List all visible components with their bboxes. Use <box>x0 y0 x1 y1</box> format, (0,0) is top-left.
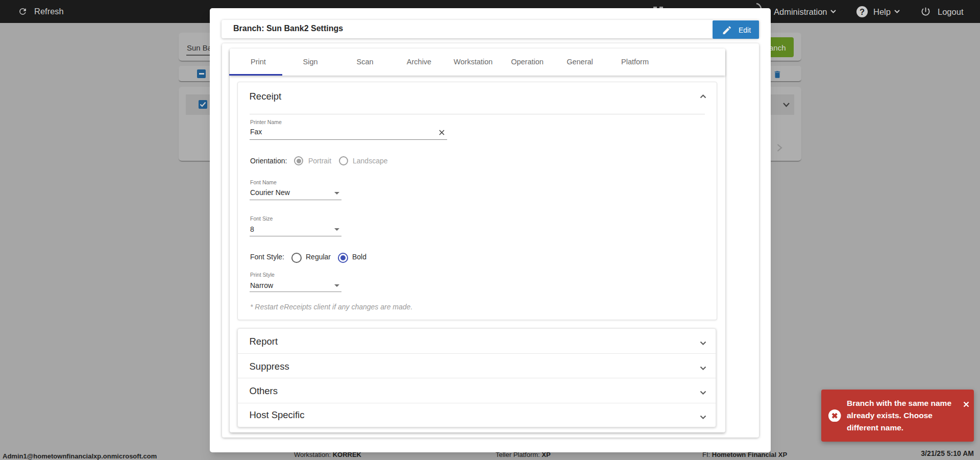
svg-text:?: ? <box>860 7 865 16</box>
